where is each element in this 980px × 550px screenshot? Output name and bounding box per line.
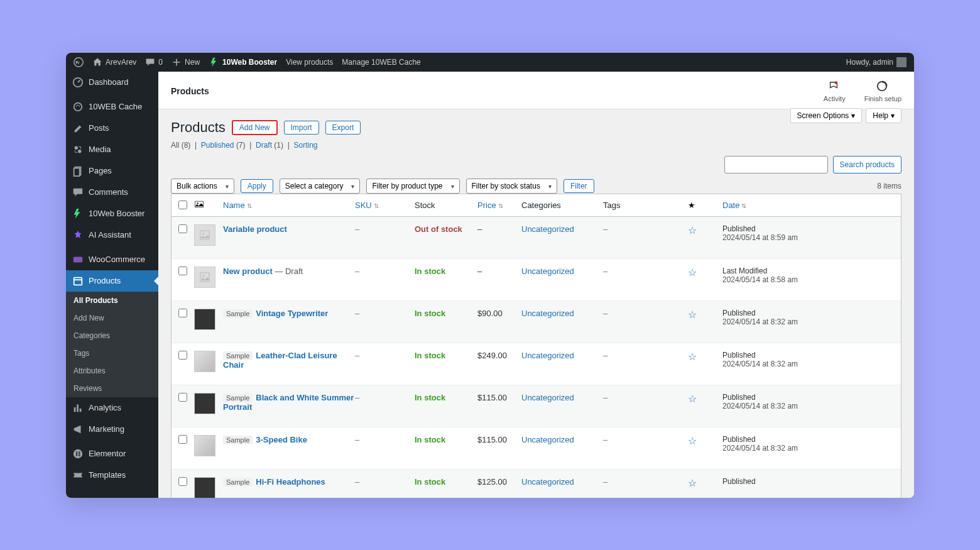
product-thumbnail[interactable] bbox=[194, 393, 215, 414]
manage-cache-link[interactable]: Manage 10WEB Cache bbox=[342, 58, 420, 67]
nav-booster[interactable]: 10Web Booster bbox=[66, 203, 158, 224]
svg-rect-6 bbox=[74, 168, 80, 176]
category-link[interactable]: Uncategorized bbox=[521, 477, 603, 487]
featured-toggle[interactable]: ☆ bbox=[688, 351, 722, 363]
sku-cell: – bbox=[355, 309, 415, 318]
col-date[interactable]: Date bbox=[722, 201, 895, 210]
search-input[interactable] bbox=[724, 156, 828, 173]
filter-sorting[interactable]: Sorting bbox=[293, 141, 317, 150]
submenu-add-new[interactable]: Add New bbox=[66, 309, 158, 327]
nav-templates[interactable]: Templates bbox=[66, 465, 158, 486]
svg-rect-8 bbox=[74, 277, 82, 285]
site-link[interactable]: ArevArev bbox=[92, 57, 136, 67]
row-checkbox[interactable] bbox=[178, 393, 187, 402]
product-thumbnail[interactable] bbox=[194, 435, 215, 456]
nav-10web-cache[interactable]: 10WEB Cache bbox=[66, 96, 158, 118]
featured-toggle[interactable]: ☆ bbox=[688, 267, 722, 278]
row-checkbox[interactable] bbox=[178, 224, 187, 233]
product-thumbnail[interactable] bbox=[194, 351, 215, 372]
howdy-link[interactable]: Howdy, admin bbox=[846, 57, 906, 67]
category-link[interactable]: Uncategorized bbox=[521, 309, 603, 318]
nav-posts[interactable]: Posts bbox=[66, 118, 158, 139]
category-link[interactable]: Uncategorized bbox=[521, 393, 603, 402]
nav-analytics[interactable]: Analytics bbox=[66, 397, 158, 419]
nav-pages[interactable]: Pages bbox=[66, 160, 158, 182]
booster-link[interactable]: 10Web Booster bbox=[209, 57, 277, 67]
nav-media[interactable]: Media bbox=[66, 139, 158, 160]
featured-toggle[interactable]: ☆ bbox=[688, 309, 722, 321]
product-type-filter[interactable]: Filter by product type bbox=[366, 179, 459, 194]
product-name-link[interactable]: Hi-Fi Headphones bbox=[256, 477, 325, 487]
category-link[interactable]: Uncategorized bbox=[521, 351, 603, 360]
col-sku[interactable]: SKU bbox=[355, 201, 415, 210]
nav-elementor[interactable]: Elementor bbox=[66, 443, 158, 465]
featured-toggle[interactable]: ☆ bbox=[688, 224, 722, 236]
date-cell: Published2024/05/14 at 8:59 am bbox=[722, 224, 895, 242]
svg-point-9 bbox=[74, 449, 82, 458]
featured-toggle[interactable]: ☆ bbox=[688, 393, 722, 405]
row-checkbox[interactable] bbox=[178, 435, 187, 444]
nav-products[interactable]: Products bbox=[66, 270, 158, 292]
sku-cell: – bbox=[355, 224, 415, 234]
filter-draft[interactable]: Draft (1) bbox=[256, 141, 283, 150]
admin-sidebar: Dashboard 10WEB Cache Posts Media Pages … bbox=[66, 72, 158, 498]
export-button[interactable]: Export bbox=[325, 121, 361, 135]
product-thumbnail[interactable] bbox=[194, 309, 215, 330]
col-name[interactable]: Name bbox=[223, 201, 355, 210]
page-header: Products Activity Finish setup bbox=[158, 72, 914, 109]
row-checkbox[interactable] bbox=[178, 477, 187, 486]
submenu-reviews[interactable]: Reviews bbox=[66, 380, 158, 397]
category-link[interactable]: Uncategorized bbox=[521, 267, 603, 276]
wp-logo[interactable] bbox=[74, 57, 84, 67]
add-new-button[interactable]: Add New bbox=[232, 120, 278, 135]
filter-all[interactable]: All (8) bbox=[171, 141, 190, 150]
row-checkbox[interactable] bbox=[178, 309, 187, 317]
screen-options-tab[interactable]: Screen Options ▾ bbox=[790, 108, 863, 123]
row-checkbox[interactable] bbox=[178, 267, 187, 275]
product-name-link[interactable]: New product bbox=[223, 267, 273, 276]
nav-comments[interactable]: Comments bbox=[66, 182, 158, 203]
svg-point-3 bbox=[75, 146, 78, 149]
category-link[interactable]: Uncategorized bbox=[521, 224, 603, 234]
nav-dashboard[interactable]: Dashboard bbox=[66, 72, 158, 93]
submenu-all-products[interactable]: All Products bbox=[66, 292, 158, 309]
comments-link[interactable]: 0 bbox=[145, 57, 163, 67]
tags-cell: – bbox=[603, 393, 688, 402]
product-name-link[interactable]: 3-Speed Bike bbox=[256, 435, 307, 444]
svg-rect-12 bbox=[79, 453, 80, 454]
nav-ai-assistant[interactable]: AI Assistant bbox=[66, 224, 158, 246]
nav-woocommerce[interactable]: WooCommerce bbox=[66, 249, 158, 270]
product-thumbnail[interactable] bbox=[194, 477, 215, 498]
category-link[interactable]: Uncategorized bbox=[521, 435, 603, 444]
submenu-tags[interactable]: Tags bbox=[66, 344, 158, 362]
svg-point-17 bbox=[197, 202, 198, 204]
view-products-link[interactable]: View products bbox=[286, 58, 333, 67]
row-checkbox[interactable] bbox=[178, 351, 187, 360]
product-name-link[interactable]: Variable product bbox=[223, 224, 287, 234]
bulk-actions-select[interactable]: Bulk actions bbox=[171, 179, 234, 194]
select-all-checkbox[interactable] bbox=[178, 201, 187, 209]
stock-cell: In stock bbox=[415, 309, 477, 318]
nav-marketing[interactable]: Marketing bbox=[66, 419, 158, 440]
search-button[interactable]: Search products bbox=[833, 156, 901, 173]
help-tab[interactable]: Help ▾ bbox=[866, 108, 901, 123]
finish-setup-button[interactable]: Finish setup bbox=[864, 80, 901, 102]
stock-filter[interactable]: Filter by stock status bbox=[466, 179, 557, 194]
filter-published[interactable]: Published (7) bbox=[201, 141, 246, 150]
date-cell: Published2024/05/14 at 8:32 am bbox=[722, 393, 895, 410]
product-thumbnail[interactable] bbox=[194, 267, 215, 288]
filter-button[interactable]: Filter bbox=[564, 179, 594, 193]
submenu-attributes[interactable]: Attributes bbox=[66, 362, 158, 380]
featured-toggle[interactable]: ☆ bbox=[688, 435, 722, 447]
submenu-categories[interactable]: Categories bbox=[66, 327, 158, 344]
activity-icon bbox=[828, 80, 841, 93]
col-price[interactable]: Price bbox=[477, 201, 521, 210]
activity-button[interactable]: Activity bbox=[824, 80, 846, 102]
product-name-link[interactable]: Vintage Typewriter bbox=[256, 309, 328, 318]
apply-button[interactable]: Apply bbox=[241, 179, 273, 193]
new-button[interactable]: New bbox=[172, 57, 200, 67]
import-button[interactable]: Import bbox=[284, 121, 319, 135]
featured-toggle[interactable]: ☆ bbox=[688, 477, 722, 489]
category-filter[interactable]: Select a category bbox=[280, 179, 361, 194]
product-thumbnail[interactable] bbox=[194, 224, 215, 246]
